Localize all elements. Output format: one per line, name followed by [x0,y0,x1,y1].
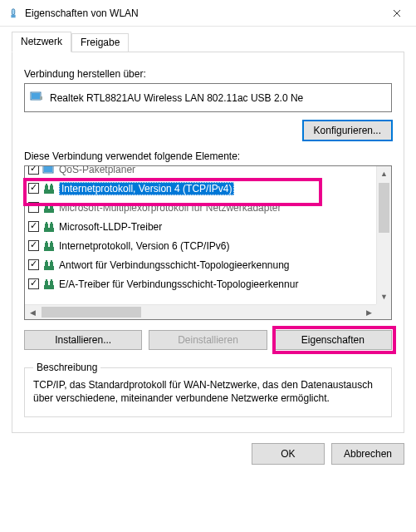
svg-rect-11 [51,184,52,185]
list-item[interactable]: Microsoft-Multiplexorprotokoll für Netzw… [25,198,374,217]
list-item-label: Internetprotokoll, Version 6 (TCP/IPv6) [59,240,229,252]
scroll-right-icon[interactable]: ▶ [361,305,376,319]
svg-rect-15 [46,203,47,204]
svg-rect-0 [12,8,15,14]
protocol-icon [42,220,56,234]
list-item[interactable]: Internetprotokoll, Version 6 (TCP/IPv6) [25,236,374,255]
tab-network[interactable]: Netzwerk [12,32,71,52]
close-button[interactable] [378,0,416,27]
protocol-icon [42,182,56,195]
wifi-adapter-icon [7,7,20,20]
uninstall-button: Deinstallieren [149,330,267,350]
svg-rect-1 [11,14,15,17]
ok-button-label: OK [281,448,295,460]
list-item[interactable]: E/A-Treiber für Verbindungsschicht-Topol… [25,274,374,293]
scroll-thumb-h[interactable] [42,307,141,318]
scroll-left-icon[interactable]: ◀ [25,305,40,319]
list-item-label: E/A-Treiber für Verbindungsschicht-Topol… [59,278,298,290]
svg-rect-27 [44,266,54,270]
adapter-name: Realtek RTL8821AU Wireless LAN 802.11ac … [50,92,303,104]
vertical-scrollbar[interactable]: ▲ ▼ [376,166,391,304]
checkbox[interactable] [28,278,39,289]
protocol-icon [42,239,56,253]
svg-rect-17 [44,228,54,232]
svg-rect-28 [45,262,48,266]
scroll-up-icon[interactable]: ▲ [377,166,391,181]
scroll-thumb[interactable] [379,183,389,233]
svg-rect-10 [46,184,47,185]
svg-rect-29 [50,262,53,266]
svg-rect-36 [51,279,52,281]
scroll-corner [376,304,391,319]
protocol-listbox[interactable]: QoS-PaketplanerInternetprotokoll, Versio… [24,165,392,320]
items-label: Diese Verbindung verwendet folgende Elem… [24,150,392,162]
checkbox[interactable] [28,166,39,175]
svg-rect-18 [45,224,48,228]
list-item[interactable]: Internetprotokoll, Version 4 (TCP/IPv4) [25,179,374,198]
checkbox[interactable] [28,240,39,251]
titlebar: Eigenschaften von WLAN [0,0,416,27]
checkbox[interactable] [28,259,39,270]
list-item[interactable]: Microsoft-LLDP-Treiber [25,217,374,236]
list-item-label: QoS-Paketplaner [59,166,135,175]
svg-rect-31 [51,260,52,262]
protocol-icon [42,259,56,272]
svg-rect-4 [40,96,42,100]
svg-rect-14 [50,204,53,209]
checkbox[interactable] [28,183,39,194]
svg-rect-34 [50,281,53,285]
properties-button[interactable]: Eigenschaften [274,330,392,350]
scroll-down-icon[interactable]: ▼ [377,289,391,304]
configure-button-label: Konfigurieren... [314,125,381,136]
adapter-box[interactable]: Realtek RTL8821AU Wireless LAN 802.11ac … [24,83,392,112]
svg-rect-3 [32,93,40,99]
cancel-button-label: Abbrechen [344,448,392,460]
install-button[interactable]: Installieren... [24,330,142,350]
list-item-label: Internetprotokoll, Version 4 (TCP/IPv4) [59,182,234,195]
tab-sharing-label: Freigabe [81,37,120,48]
svg-rect-21 [51,222,52,224]
tab-network-label: Netzwerk [21,36,62,47]
svg-rect-25 [46,241,47,243]
svg-rect-8 [45,185,48,190]
svg-rect-19 [50,224,53,228]
svg-rect-7 [44,190,54,194]
cancel-button[interactable]: Abbrechen [331,443,404,465]
description-legend: Beschreibung [33,362,100,373]
svg-rect-23 [45,243,48,247]
svg-rect-26 [51,241,52,243]
configure-button[interactable]: Konfigurieren... [303,121,392,140]
ok-button[interactable]: OK [252,443,325,465]
svg-rect-33 [45,281,48,285]
horizontal-scrollbar[interactable]: ◀ ▶ [25,304,376,319]
list-item-label: Microsoft-LLDP-Treiber [59,221,162,233]
svg-rect-6 [44,166,52,172]
tab-sharing[interactable]: Freigabe [71,33,129,52]
svg-rect-30 [46,260,47,262]
checkbox[interactable] [28,221,39,232]
description-group: Beschreibung TCP/IP, das Standardprotoko… [24,362,392,417]
uninstall-button-label: Deinstallieren [178,334,238,346]
tab-panel-network: Verbindung herstellen über: Realtek RTL8… [12,52,404,433]
svg-rect-32 [44,285,54,289]
scroll-track[interactable] [377,181,391,289]
svg-rect-22 [44,247,54,251]
description-text: TCP/IP, das Standardprotokoll für WAN-Ne… [33,378,383,405]
checkbox[interactable] [28,202,39,213]
list-item-label: Antwort für Verbindungsschicht-Topologie… [59,259,290,271]
svg-rect-35 [46,279,47,281]
svg-rect-12 [44,209,54,213]
properties-button-label: Eigenschaften [301,334,365,346]
svg-rect-16 [51,203,52,204]
scroll-track-h[interactable] [40,305,361,319]
svg-rect-13 [45,204,48,209]
tab-filler [129,33,404,52]
list-item[interactable]: QoS-Paketplaner [25,166,374,179]
protocol-icon [42,278,56,291]
list-item[interactable]: Antwort für Verbindungsschicht-Topologie… [25,255,374,274]
tab-strip: Netzwerk Freigabe [12,32,404,52]
list-item-label: Microsoft-Multiplexorprotokoll für Netzw… [59,202,281,214]
network-adapter-icon [30,90,43,106]
install-button-label: Installieren... [55,334,111,346]
adapter-icon [42,166,56,176]
